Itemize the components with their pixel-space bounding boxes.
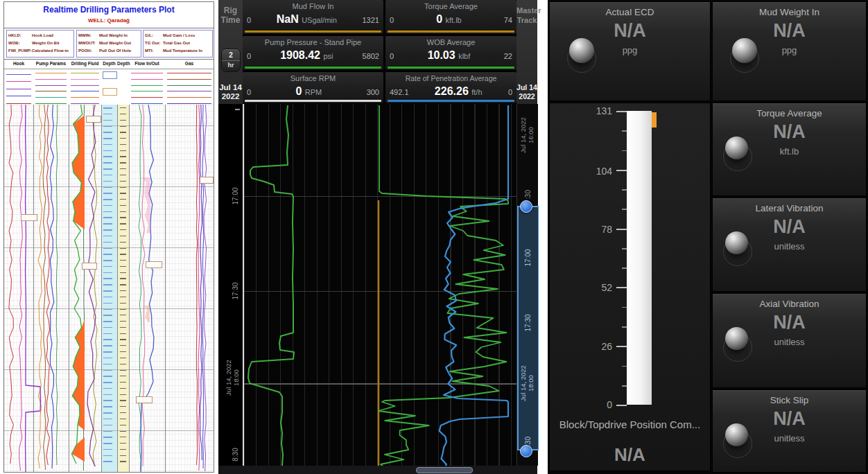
- horizontal-scrollbar[interactable]: [416, 467, 473, 473]
- curve-scale-line: [35, 79, 67, 80]
- track-header-hook: Hook: [4, 61, 33, 66]
- legend-desc: Total Gas Out: [163, 41, 190, 45]
- curve-scale-line: [71, 79, 99, 80]
- log-curve: [46, 105, 50, 465]
- legend-desc: Weight On Bit: [32, 41, 60, 45]
- curve-scale-line: [6, 96, 31, 96]
- gauge-min: 0: [390, 52, 394, 60]
- legend-box-hook: HKLD:Hook Load WOB:Weight On Bit FWI_PUM…: [6, 30, 74, 58]
- gauge-surface-rpm[interactable]: Surface RPM 00 RPM300: [243, 72, 383, 103]
- gauge-scale-bar: [388, 30, 514, 33]
- legend-desc: Pull Out Of Hole: [99, 49, 131, 53]
- gauge-max: 22: [504, 52, 512, 60]
- curve-scale-line: [71, 73, 99, 73]
- legend-desc: Mud Temperature In: [163, 49, 202, 53]
- gauge-max: 74: [504, 16, 512, 24]
- track-header-row: Hook Pump Params Drilling Fluid Depth De…: [4, 59, 214, 69]
- legend-key: MWIN:: [78, 32, 99, 40]
- legend-desc: Hook Load: [32, 33, 53, 37]
- curve-scale-line: [35, 85, 67, 86]
- log-curve: [142, 105, 145, 466]
- gauge-max: 0: [508, 88, 512, 96]
- gauge-scale-bar: [245, 67, 381, 69]
- interval-unit: hr: [222, 62, 240, 69]
- plot-title: Realtime Drilling Parameters Plot: [4, 5, 214, 15]
- curve-scale-line: [131, 73, 163, 73]
- gauge-unit: ft/h: [471, 88, 482, 96]
- curve-scale-line: [131, 85, 163, 86]
- gauge-title: Torque Average: [385, 2, 517, 10]
- tile-actual-ecd[interactable]: Actual ECD N/A ppg: [549, 1, 711, 101]
- status-sphere-icon: [725, 137, 748, 159]
- curve-value-flag: [136, 396, 153, 403]
- gauge-torque-average[interactable]: Torque Average 00 kft.lb74: [385, 0, 517, 34]
- curve-scale-line: [35, 73, 67, 73]
- tile-stick-slip[interactable]: Stick Slip N/A unitless: [712, 389, 867, 473]
- gauge-tick-label: 104: [571, 166, 612, 177]
- curve-scale-line: [167, 91, 211, 91]
- curve-value-flag: [21, 214, 37, 221]
- range-handle-bottom[interactable]: [520, 445, 532, 457]
- gauge-value: 1908.42: [280, 49, 320, 61]
- status-tiles-panel: Actual ECD N/A ppg Mud Weight In N/A ppg…: [548, 0, 868, 474]
- gauge-value: 0: [295, 85, 302, 97]
- log-curve: [19, 105, 23, 471]
- curve-value-flag: [86, 116, 101, 123]
- tile-mud-weight-in[interactable]: Mud Weight In N/A ppg: [712, 1, 867, 101]
- drilling-dashboard: Realtime Drilling Parameters Plot WELL: …: [0, 0, 868, 474]
- gauge-min: 0: [247, 88, 251, 96]
- log-curve: [141, 177, 150, 233]
- master-track[interactable]: Jul 14, 202216:00 :30 17:00 17:30 Jul 14…: [517, 104, 538, 466]
- time-track-chart[interactable]: [243, 104, 517, 466]
- tile-title: Lateral Vibration: [713, 203, 866, 213]
- master-time-label: Jul 14, 202218:00: [519, 365, 535, 401]
- block-position-gauge: 131 104 78 52 26 0 Block/Topdrive Positi…: [549, 103, 711, 471]
- gauge-min: 0: [247, 52, 251, 60]
- gauge-value: 10.03: [428, 49, 455, 61]
- curve-scale-line: [71, 85, 99, 86]
- log-curve: [9, 105, 14, 464]
- gauge-pump-pressure[interactable]: Pump Pressure - Stand Pipe 01908.42 psi5…: [243, 36, 383, 70]
- gauge-title: Rate of Penetration Average: [385, 74, 517, 82]
- gauge-scale-bar: [388, 67, 514, 69]
- curve-scale-line: [6, 81, 31, 82]
- right-date-label: Jul 142022: [517, 83, 537, 101]
- gauge-mud-flow-in[interactable]: Mud Flow In 0NaN USgal/min1321: [243, 0, 383, 34]
- tile-title: Torque Average: [713, 108, 866, 119]
- gauge-title: Mud Flow In: [243, 2, 383, 10]
- well-name: WELL: Qaradağ: [4, 17, 214, 24]
- tile-torque-average[interactable]: Torque Average N/A kft.lb: [712, 103, 867, 196]
- legend-box-gas: G/L:Mud Gain / Loss TG Out:Total Gas Out…: [143, 30, 213, 58]
- curve-scale-line: [131, 91, 163, 91]
- curve-scale-line: [131, 79, 163, 80]
- curve-scale-line: [35, 91, 67, 91]
- track-header-gas: Gas: [165, 61, 214, 66]
- gauge-label: Block/Topdrive Position Com...: [550, 419, 710, 430]
- legend-key: FWI_PUMP:: [8, 47, 32, 55]
- master-time-label: :30: [524, 190, 532, 200]
- log-curve: [93, 105, 97, 466]
- legend-desc: Calculated Flow-in: [32, 49, 69, 53]
- curve-value-flag: [146, 261, 162, 268]
- gauge-rop-average[interactable]: Rate of Penetration Average 492.1226.26 …: [385, 72, 517, 103]
- tile-lateral-vibration[interactable]: Lateral Vibration N/A unitless: [712, 198, 867, 292]
- tile-axial-vibration[interactable]: Axial Vibration N/A unitless: [712, 293, 867, 388]
- curve-scale-line: [167, 103, 211, 104]
- time-interval-button[interactable]: 2 hr: [221, 49, 241, 72]
- gauge-unit: kft.lb: [446, 16, 462, 24]
- gauge-value: NaN: [277, 13, 299, 25]
- curve-scale-line: [6, 74, 31, 75]
- gauge-max: 300: [367, 88, 379, 96]
- range-handle-top[interactable]: [520, 200, 532, 213]
- curve-scale-line: [167, 85, 211, 86]
- log-curve: [38, 105, 42, 468]
- tile-value: N/A: [713, 20, 866, 42]
- gauge-wob-average[interactable]: WOB Average 010.03 klbf22: [385, 36, 517, 70]
- track-header-fluid: Drilling Fluid: [69, 61, 101, 66]
- curve-scale-line: [6, 89, 31, 89]
- track-header-depth2: Depth: [117, 61, 129, 66]
- chart-bottom-bar: [218, 466, 537, 474]
- gauge-unit: klbf: [458, 52, 470, 60]
- gauge-value: N/A: [550, 444, 710, 466]
- depth-scale-box: [103, 71, 117, 79]
